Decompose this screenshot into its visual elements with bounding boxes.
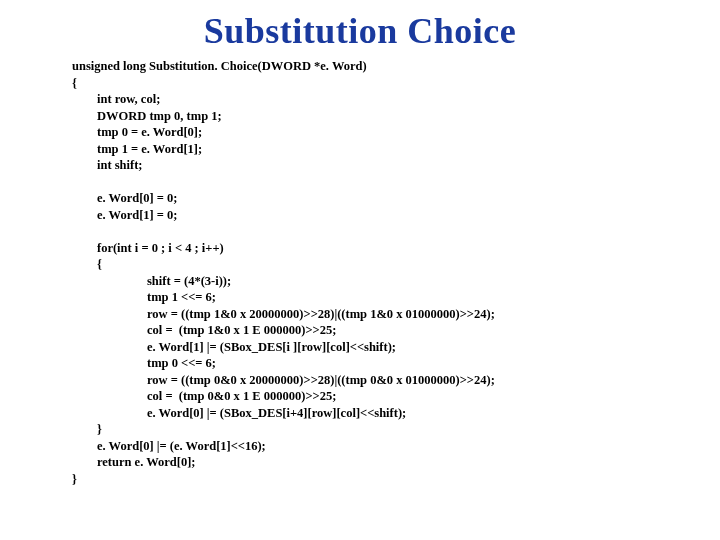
code-line: } [72, 472, 77, 486]
code-line: tmp 1 <<= 6; [72, 290, 216, 304]
code-line: row = ((tmp 1&0 x 20000000)>>28)|((tmp 1… [72, 307, 495, 321]
code-line: shift = (4*(3-i)); [72, 274, 231, 288]
code-line: tmp 1 = e. Word[1]; [72, 142, 202, 156]
code-line: { [72, 257, 102, 271]
code-line: } [72, 422, 102, 436]
code-block: unsigned long Substitution. Choice(DWORD… [72, 58, 700, 487]
code-line: for(int i = 0 ; i < 4 ; i++) [72, 241, 224, 255]
code-line: e. Word[0] = 0; [72, 191, 178, 205]
code-line: e. Word[1] = 0; [72, 208, 178, 222]
code-line: tmp 0 = e. Word[0]; [72, 125, 202, 139]
code-line: int shift; [72, 158, 143, 172]
code-line: e. Word[0] |= (e. Word[1]<<16); [72, 439, 266, 453]
code-line: col = (tmp 0&0 x 1 E 000000)>>25; [72, 389, 336, 403]
code-line: return e. Word[0]; [72, 455, 195, 469]
code-line: e. Word[1] |= (SBox_DES[i ][row][col]<<s… [72, 340, 396, 354]
code-line: int row, col; [72, 92, 160, 106]
code-line: unsigned long Substitution. Choice(DWORD… [72, 59, 367, 73]
code-line: col = (tmp 1&0 x 1 E 000000)>>25; [72, 323, 336, 337]
slide: Substitution Choice unsigned long Substi… [0, 10, 720, 540]
slide-title: Substitution Choice [0, 10, 720, 52]
code-line: row = ((tmp 0&0 x 20000000)>>28)|((tmp 0… [72, 373, 495, 387]
code-line: { [72, 76, 77, 90]
code-line: tmp 0 <<= 6; [72, 356, 216, 370]
code-line: DWORD tmp 0, tmp 1; [72, 109, 222, 123]
code-line: e. Word[0] |= (SBox_DES[i+4][row][col]<<… [72, 406, 406, 420]
